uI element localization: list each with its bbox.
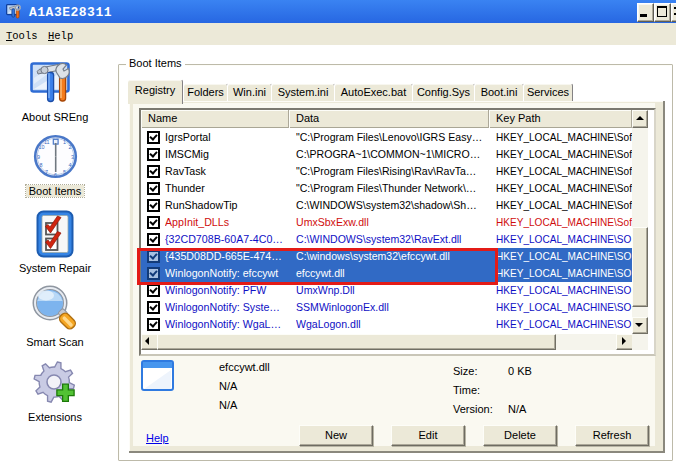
- svg-text:2: 2: [69, 144, 72, 150]
- svg-text:6: 6: [54, 172, 57, 178]
- svg-text:7: 7: [45, 169, 48, 175]
- svg-text:3: 3: [71, 154, 74, 160]
- svg-text:8: 8: [40, 162, 43, 168]
- svg-text:1: 1: [63, 139, 66, 145]
- svg-text:4: 4: [69, 162, 72, 168]
- svg-text:9: 9: [37, 154, 40, 160]
- svg-text:10: 10: [39, 144, 45, 150]
- svg-text:11: 11: [44, 139, 50, 145]
- svg-text:5: 5: [63, 169, 66, 175]
